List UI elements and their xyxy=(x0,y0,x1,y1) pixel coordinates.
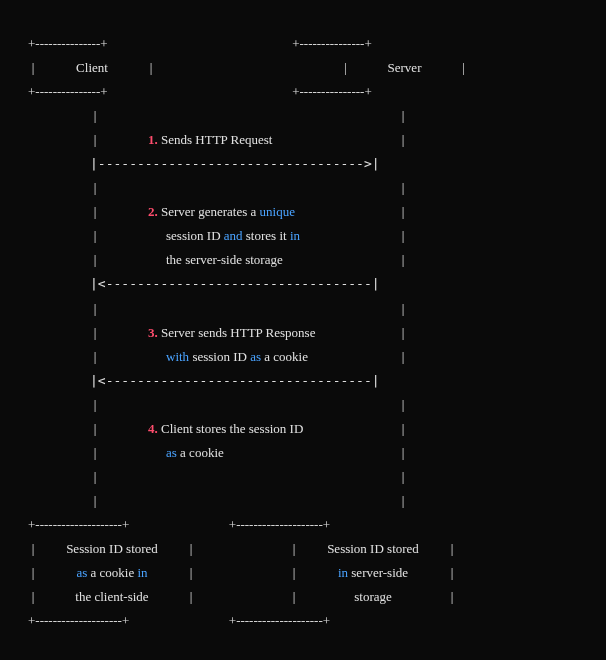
arrow-left: |<----------------------------------| xyxy=(28,272,578,296)
step-number: 4. xyxy=(148,421,158,436)
actor-header-labels: |Client| |Server| xyxy=(28,56,578,80)
step-number: 2. xyxy=(148,204,158,219)
step-number: 3. xyxy=(148,325,158,340)
client-footer-line: Session ID stored xyxy=(38,537,186,561)
footer-lines: |Session ID stored||Session ID stored||a… xyxy=(28,537,578,609)
server-footer-line: in server-side xyxy=(299,561,447,585)
server-header-border-top: +---------------+ xyxy=(292,36,372,51)
footer-border-top: +--------------------+ +----------------… xyxy=(28,513,578,537)
footer-border-bottom: +--------------------+ +----------------… xyxy=(28,609,578,633)
arrow-right: |---------------------------------->| xyxy=(28,152,578,176)
actor-header-border-bottom: +---------------+ +---------------+ xyxy=(28,80,578,104)
server-label: Server xyxy=(351,56,459,80)
client-header-border-top: +---------------+ xyxy=(28,36,108,51)
step-number: 1. xyxy=(148,132,158,147)
client-label: Client xyxy=(38,56,146,80)
client-footer-line: as a cookie in xyxy=(38,561,186,585)
client-footer-line: the client-side xyxy=(38,585,186,609)
server-footer-line: Session ID stored xyxy=(299,537,447,561)
lifeline-area: |||1. Sends HTTP Request||--------------… xyxy=(28,104,578,513)
arrow-left: |<----------------------------------| xyxy=(28,369,578,393)
server-footer-line: storage xyxy=(299,585,447,609)
actor-header-row: +---------------+ +---------------+ xyxy=(28,32,578,56)
